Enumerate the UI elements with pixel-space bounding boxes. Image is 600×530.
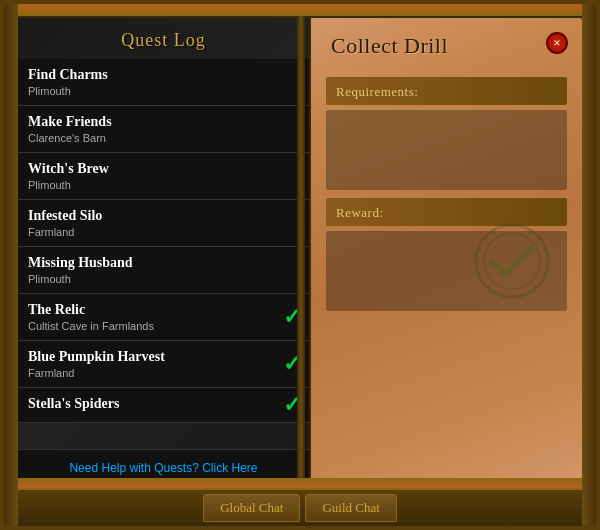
quest-log-title: Quest Log (18, 18, 309, 59)
quest-location: Farmland (28, 367, 279, 379)
bottom-decoration (18, 478, 582, 488)
quest-name: Stella's Spiders (28, 396, 279, 412)
quest-item-stellas-spiders[interactable]: Stella's Spiders ✓ (18, 388, 309, 423)
top-decoration (18, 4, 582, 16)
requirements-header: Requirements: (326, 77, 567, 105)
quest-name: Find Charms (28, 67, 279, 83)
quest-location: Farmland (28, 226, 279, 238)
quest-name: Blue Pumpkin Harvest (28, 349, 279, 365)
quest-name: Make Friends (28, 114, 279, 130)
quest-location: Plimouth (28, 179, 279, 191)
quest-item-infested-silo[interactable]: Infested Silo Farmland (18, 200, 309, 247)
requirements-section: Requirements: (326, 77, 567, 190)
reward-label: Reward: (336, 205, 384, 220)
quest-item-make-friends[interactable]: Make Friends Clarence's Barn (18, 106, 309, 153)
guild-chat-tab[interactable]: Guild Chat (305, 494, 396, 522)
close-button[interactable]: × (546, 32, 568, 54)
quest-name: Infested Silo (28, 208, 279, 224)
quest-item-find-charms[interactable]: Find Charms Plimouth (18, 59, 309, 106)
help-link[interactable]: Need Help with Quests? Click Here (69, 461, 257, 475)
quest-list[interactable]: Find Charms Plimouth Make Friends Claren… (18, 59, 309, 449)
chat-bar: Global Chat Guild Chat (4, 488, 596, 526)
svg-point-0 (476, 225, 548, 297)
global-chat-tab[interactable]: Global Chat (203, 494, 300, 522)
outer-frame: Quest Log Find Charms Plimouth Make Frie… (0, 0, 600, 530)
quest-location: Plimouth (28, 273, 279, 285)
left-edge-decoration (4, 4, 18, 526)
quest-name: Witch's Brew (28, 161, 279, 177)
quest-location: Cultist Cave in Farmlands (28, 320, 279, 332)
requirements-label: Requirements: (336, 84, 418, 99)
quest-location: Plimouth (28, 85, 279, 97)
right-edge-decoration (582, 4, 596, 526)
quest-item-blue-pumpkin[interactable]: Blue Pumpkin Harvest Farmland ✓ (18, 341, 309, 388)
quest-location: Clarence's Barn (28, 132, 279, 144)
left-page: Quest Log Find Charms Plimouth Make Frie… (16, 16, 311, 486)
requirements-content (326, 110, 567, 190)
reward-section: Reward: (326, 198, 567, 311)
quest-detail-title: Collect Drill (311, 18, 582, 69)
right-page: Collect Drill Requirements: Reward: (311, 16, 584, 486)
book-spine (297, 16, 305, 486)
quest-item-witchs-brew[interactable]: Witch's Brew Plimouth (18, 153, 309, 200)
quest-name: Missing Husband (28, 255, 279, 271)
quest-name: The Relic (28, 302, 279, 318)
detail-content: Requirements: Reward: (311, 69, 582, 484)
reward-content (326, 231, 567, 311)
watermark-icon (472, 221, 552, 301)
quest-item-the-relic[interactable]: The Relic Cultist Cave in Farmlands ✓ (18, 294, 309, 341)
quest-item-missing-husband[interactable]: Missing Husband Plimouth (18, 247, 309, 294)
